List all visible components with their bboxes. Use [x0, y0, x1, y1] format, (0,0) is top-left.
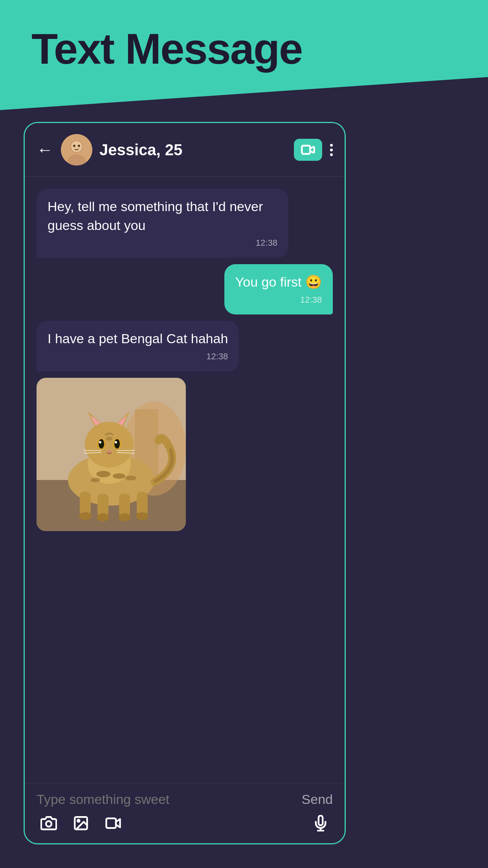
svg-point-18: [136, 512, 149, 520]
svg-point-17: [118, 513, 131, 521]
svg-point-27: [99, 439, 104, 449]
bottom-toolbar: [37, 815, 333, 835]
svg-rect-44: [106, 818, 116, 828]
mic-button[interactable]: [312, 815, 329, 835]
svg-point-39: [125, 476, 136, 480]
contact-name: Jessica, 25: [99, 141, 294, 159]
svg-point-5: [78, 145, 80, 147]
svg-rect-13: [119, 494, 130, 517]
back-button[interactable]: ←: [37, 140, 53, 159]
svg-point-30: [115, 441, 117, 443]
message-sent-1: You go first 😀 12:38: [224, 264, 333, 314]
svg-point-3: [71, 141, 82, 152]
svg-point-41: [46, 821, 51, 827]
camera-button[interactable]: [40, 815, 57, 835]
message-text: I have a pet Bengal Cat hahah: [48, 329, 228, 348]
svg-point-36: [96, 471, 110, 477]
svg-point-37: [113, 473, 125, 479]
avatar: [61, 134, 92, 166]
svg-point-28: [114, 439, 120, 449]
message-time: 12:38: [48, 237, 277, 249]
svg-point-4: [73, 145, 75, 147]
chat-header: ← Jessica, 25: [25, 123, 345, 177]
input-row: Send: [37, 792, 333, 807]
gallery-button[interactable]: [73, 815, 89, 835]
svg-point-16: [97, 513, 109, 521]
message-time: 12:38: [48, 351, 228, 363]
chat-card: ← Jessica, 25: [24, 122, 346, 844]
message-input[interactable]: [37, 792, 302, 807]
svg-point-38: [91, 478, 100, 482]
input-area: Send: [25, 783, 345, 843]
message-text: You go first 😀: [235, 273, 322, 292]
svg-rect-12: [97, 494, 108, 517]
svg-point-43: [77, 820, 79, 822]
message-received-1: Hey, tell me something that I'd never gu…: [37, 189, 288, 258]
message-image-cat[interactable]: [37, 378, 186, 531]
video-button[interactable]: [105, 815, 121, 835]
more-options-button[interactable]: [330, 144, 333, 156]
message-text: Hey, tell me something that I'd never gu…: [48, 197, 277, 235]
message-received-2: I have a pet Bengal Cat hahah 12:38: [37, 321, 239, 371]
svg-rect-11: [80, 492, 91, 515]
svg-rect-14: [137, 492, 148, 515]
messages-area: Hey, tell me something that I'd never gu…: [25, 177, 345, 783]
svg-point-40: [106, 437, 112, 441]
message-time: 12:38: [235, 294, 322, 306]
svg-point-15: [79, 512, 92, 520]
app-title: Text Message: [31, 24, 302, 74]
video-call-button[interactable]: [294, 139, 322, 161]
media-buttons: [40, 815, 121, 835]
svg-point-29: [99, 441, 101, 443]
send-button[interactable]: Send: [302, 792, 333, 807]
svg-point-20: [85, 422, 134, 467]
